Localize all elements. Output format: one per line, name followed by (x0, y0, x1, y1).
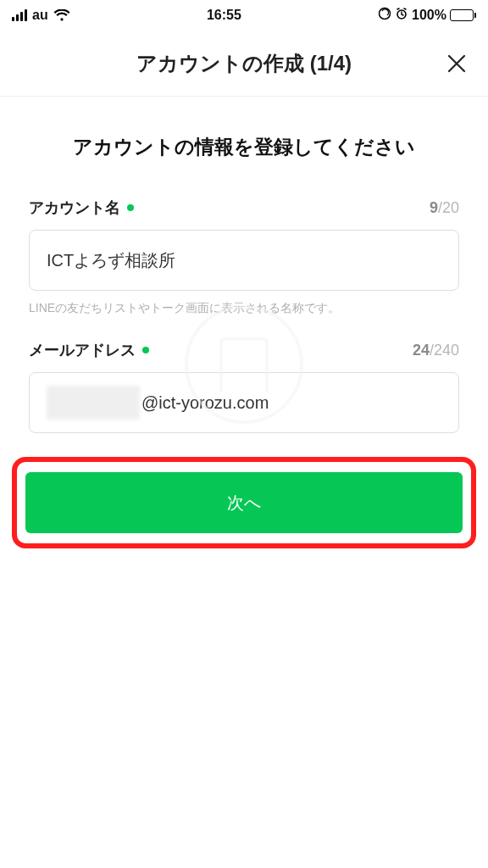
account-name-label: アカウント名 (29, 198, 120, 218)
status-bar: au 16:55 100% (0, 0, 488, 31)
next-button[interactable]: 次へ (25, 472, 463, 533)
close-icon (446, 53, 468, 75)
orientation-lock-icon (378, 7, 391, 24)
redacted-mask (47, 386, 140, 420)
battery-percent: 100% (412, 8, 446, 23)
account-name-hint: LINEの友だちリストやトーク画面に表示される名称です。 (29, 301, 459, 316)
account-name-value: ICTよろず相談所 (47, 249, 175, 272)
email-input[interactable]: @ict-yorozu.com (29, 372, 459, 433)
carrier-label: au (32, 8, 48, 23)
alarm-icon (395, 7, 408, 24)
close-button[interactable] (446, 53, 468, 75)
email-counter: 24/240 (413, 342, 459, 359)
account-name-input[interactable]: ICTよろず相談所 (29, 230, 459, 291)
email-label: メールアドレス (29, 340, 136, 360)
highlight-box: 次へ (12, 457, 476, 548)
required-dot-icon (127, 204, 134, 211)
clock: 16:55 (207, 8, 241, 23)
battery-icon (450, 9, 476, 21)
page-title: アカウントの作成 (1/4) (136, 50, 352, 77)
wifi-icon (53, 9, 70, 21)
email-field: メールアドレス 24/240 @ict-yorozu.com (29, 340, 459, 433)
nav-bar: アカウントの作成 (1/4) (0, 31, 488, 97)
cellular-signal-icon (12, 9, 27, 21)
account-name-counter: 9/20 (430, 199, 459, 217)
account-name-field: アカウント名 9/20 ICTよろず相談所 LINEの友だちリストやトーク画面に… (29, 198, 459, 316)
required-dot-icon (142, 347, 149, 353)
form-heading: アカウントの情報を登録してください (29, 134, 459, 160)
email-visible-part: @ict-yorozu.com (141, 393, 269, 413)
